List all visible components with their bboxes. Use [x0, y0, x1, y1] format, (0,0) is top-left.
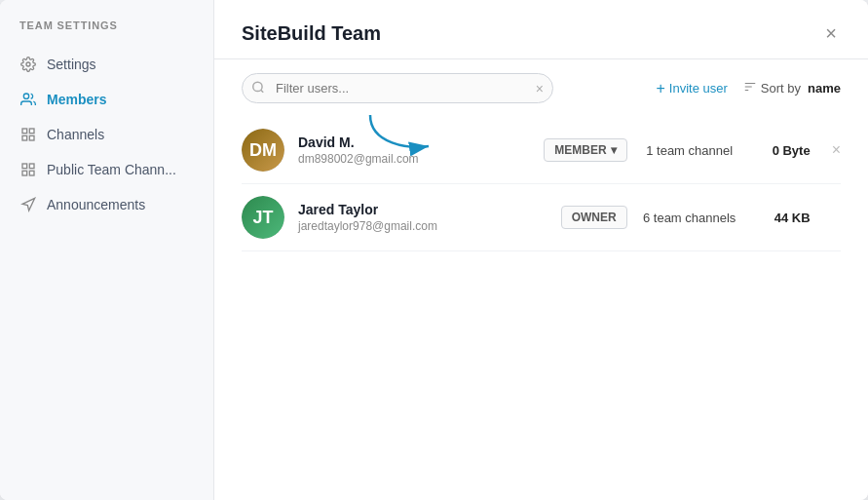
member-list: DM David M. dm898002@gmail.com MEMBER ▾ …	[214, 117, 868, 500]
sidebar-item-members[interactable]: Members	[0, 82, 213, 117]
avatar: DM	[242, 129, 284, 172]
svg-rect-3	[29, 129, 34, 134]
sidebar-item-channels-label: Channels	[47, 127, 104, 142]
remove-member-button[interactable]: ×	[832, 141, 841, 159]
member-channels: 6 team channels	[641, 211, 738, 225]
gear-icon	[19, 56, 37, 73]
svg-rect-5	[29, 135, 34, 140]
main-content: SiteBuild Team × × + Invite user	[214, 0, 868, 500]
modal-header: SiteBuild Team ×	[214, 0, 868, 59]
avatar: JT	[242, 196, 284, 239]
sidebar: TEAM SETTINGS Settings Members	[0, 0, 214, 500]
avatar-jared: JT	[242, 196, 284, 239]
table-row: DM David M. dm898002@gmail.com MEMBER ▾ …	[242, 117, 841, 184]
member-info: David M. dm898002@gmail.com	[298, 135, 530, 166]
avatar-david: DM	[242, 129, 284, 172]
svg-point-11	[253, 82, 262, 91]
member-email: dm898002@gmail.com	[298, 152, 530, 166]
sort-label-value: name	[808, 81, 841, 96]
member-role-label: OWNER	[572, 211, 617, 224]
sort-label-prefix: Sort by	[761, 81, 801, 96]
search-icon	[251, 80, 265, 96]
search-input[interactable]	[242, 73, 553, 103]
role-dropdown-icon: ▾	[611, 143, 617, 157]
member-size: 44 KB	[752, 211, 811, 225]
toolbar-actions: + Invite user Sort by name	[657, 80, 841, 97]
sidebar-item-settings[interactable]: Settings	[0, 47, 213, 82]
users-icon	[19, 91, 37, 108]
member-role-label: MEMBER	[554, 143, 606, 157]
svg-rect-6	[22, 164, 27, 169]
member-role-badge[interactable]: OWNER	[561, 206, 627, 229]
sidebar-item-announcements[interactable]: Announcements	[0, 187, 213, 222]
svg-rect-7	[29, 164, 34, 169]
member-role-badge[interactable]: MEMBER ▾	[544, 138, 626, 162]
sidebar-item-settings-label: Settings	[47, 57, 96, 72]
svg-rect-9	[29, 171, 34, 175]
member-channels: 1 team channel	[641, 143, 738, 158]
member-email: jaredtaylor978@gmail.com	[298, 219, 547, 233]
grid-small-icon	[19, 161, 37, 178]
member-size: 0 Byte	[752, 143, 811, 158]
grid-icon	[19, 126, 37, 143]
svg-rect-8	[22, 171, 27, 175]
table-row: JT Jared Taylor jaredtaylor978@gmail.com…	[242, 184, 841, 251]
svg-line-12	[261, 90, 264, 93]
sidebar-item-channels[interactable]: Channels	[0, 117, 213, 152]
search-wrap: ×	[242, 73, 553, 103]
plus-icon: +	[657, 80, 665, 97]
member-name: Jared Taylor	[298, 202, 547, 217]
modal-title: SiteBuild Team	[242, 22, 381, 45]
search-clear-button[interactable]: ×	[536, 81, 544, 96]
sidebar-header: TEAM SETTINGS	[0, 19, 213, 47]
team-settings-modal: TEAM SETTINGS Settings Members	[0, 0, 868, 500]
sidebar-item-public-channels[interactable]: Public Team Chann...	[0, 152, 213, 187]
member-name: David M.	[298, 135, 530, 150]
megaphone-icon	[19, 196, 37, 213]
member-info: Jared Taylor jaredtaylor978@gmail.com	[298, 202, 547, 233]
invite-user-button[interactable]: + Invite user	[657, 80, 728, 97]
sidebar-item-public-channels-label: Public Team Chann...	[47, 162, 176, 177]
sort-icon	[743, 80, 757, 96]
toolbar: × + Invite user Sort by name	[214, 59, 868, 117]
sidebar-item-members-label: Members	[47, 92, 106, 107]
svg-point-1	[23, 94, 28, 98]
svg-point-0	[26, 62, 30, 66]
svg-rect-2	[22, 129, 27, 134]
svg-rect-4	[22, 135, 27, 140]
sidebar-item-announcements-label: Announcements	[47, 197, 145, 212]
close-button[interactable]: ×	[821, 19, 841, 47]
sort-button[interactable]: Sort by name	[743, 80, 841, 96]
invite-user-label: Invite user	[669, 81, 728, 96]
